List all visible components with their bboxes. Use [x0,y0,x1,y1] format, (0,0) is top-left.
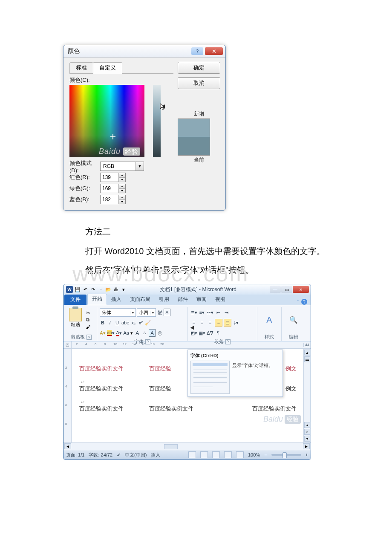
redo-icon[interactable]: ↷ [90,286,96,292]
text-effects-icon[interactable]: A▾ [100,330,106,336]
tab-review[interactable]: 审阅 [192,295,211,305]
status-lang[interactable]: 中文(中国) [125,452,147,458]
scroll-split-icon[interactable]: ▬ [304,356,310,362]
zoom-out-icon[interactable]: − [264,452,267,457]
zoom-value[interactable]: 100% [248,452,260,457]
luminance-slider[interactable] [153,85,161,157]
clipboard-launcher-icon[interactable]: ↘ [86,335,92,340]
red-input[interactable] [101,173,118,181]
color-field[interactable] [69,85,144,157]
close-button[interactable]: ✕ [293,286,309,293]
tab-references[interactable]: 引用 [155,295,173,305]
horizontal-scrollbar[interactable]: ◀ ▶ [63,442,311,450]
vertical-ruler[interactable]: 2468 [63,349,72,442]
status-page[interactable]: 页面: 1/1 [66,452,84,458]
align-right-icon[interactable]: ≡ [207,319,213,326]
print-icon[interactable]: 🖶 [113,286,119,292]
bullets-icon[interactable]: ≣▾ [190,309,197,316]
close-button[interactable]: ✕ [205,47,223,55]
ok-button[interactable]: 确定 [178,62,220,74]
line-spacing-icon[interactable]: ‡▾ [233,319,239,326]
decrease-indent-icon[interactable]: ⇤ [215,309,222,316]
spin-down-icon[interactable]: ▼ [118,199,125,204]
spin-down-icon[interactable]: ▼ [118,177,125,182]
next-page-icon[interactable]: ▼ [304,436,310,442]
numbering-icon[interactable]: ≡▾ [199,309,205,316]
italic-icon[interactable]: I [107,319,113,326]
tab-standard[interactable]: 标准 [69,62,93,74]
tab-file[interactable]: 文件 [64,295,86,305]
blue-input[interactable] [101,196,118,203]
sort-icon[interactable]: ᐃᐁ [207,330,213,336]
cut-icon[interactable]: ✂ [85,310,91,316]
tab-custom[interactable]: 自定义 [93,62,122,74]
tab-insert[interactable]: 插入 [107,295,126,305]
blue-spinner[interactable]: ▲▼ [100,195,126,204]
view-outline-icon[interactable] [224,451,232,458]
change-case-icon[interactable]: Aa [123,330,129,336]
scroll-left-icon[interactable]: ◀ [64,443,71,449]
red-spinner[interactable]: ▲▼ [100,173,126,182]
zoom-thumb[interactable] [282,452,287,458]
paste-button[interactable]: 粘贴 [68,307,83,333]
new-icon[interactable]: ▫ [98,286,104,292]
zoom-in-icon[interactable]: + [306,452,308,457]
scroll-right-icon[interactable]: ▶ [303,443,310,449]
open-icon[interactable]: 📂 [105,286,111,292]
copy-icon[interactable]: ⧉ [85,317,91,323]
ribbon-help-icon[interactable]: ? [301,299,307,305]
tab-view[interactable]: 视图 [211,295,230,305]
document-canvas[interactable]: 字体 (Ctrl+D) 显示"字体"对话框。 百度经验 [72,349,303,442]
proofing-icon[interactable]: ✔ [117,452,121,458]
status-insert[interactable]: 插入 [151,452,160,458]
scroll-up-icon[interactable]: ▲ [304,350,310,356]
strike-icon[interactable]: abe [121,319,129,326]
maximize-button[interactable]: ▭ [281,286,292,293]
spin-down-icon[interactable]: ▼ [118,188,125,193]
tab-mailings[interactable]: 邮件 [173,295,192,305]
highlight-icon[interactable]: ab▾ [107,330,115,336]
color-mode-combo[interactable]: RGB ▼ [100,162,144,171]
zoom-slider[interactable] [271,454,301,456]
chevron-down-icon[interactable]: ▾ [130,311,135,315]
browse-object-icon[interactable]: ○ [304,429,310,435]
horizontal-ruler[interactable]: ◳ 2468101214161820 44 [63,341,311,349]
status-words[interactable]: 字数: 24/72 [89,452,112,458]
view-web-icon[interactable] [212,451,220,458]
font-name-combo[interactable]: 宋体▾ [100,308,136,317]
phonetic-guide-icon[interactable]: 變 [157,309,163,316]
word-titlebar[interactable]: W 💾 ↶ ↷ ▫ 📂 🖶 ▾ 文档1 [兼容模式] - Microsoft W… [63,284,311,295]
spin-up-icon[interactable]: ▲ [118,195,125,199]
align-left-icon[interactable]: ≡ [190,319,197,326]
grow-font-icon[interactable]: A [134,330,140,336]
font-size-combo[interactable]: 小四▾ [137,308,156,317]
tab-layout[interactable]: 页面布局 [126,295,155,305]
help-button[interactable]: ? [191,47,203,55]
align-center-icon[interactable]: ≡ [199,319,205,326]
shrink-font-icon[interactable]: A [141,330,147,336]
clear-format-icon[interactable]: 🧹 [145,319,151,326]
circled-char-icon[interactable]: ㊥ [157,330,163,336]
view-print-icon[interactable] [188,451,196,458]
prev-page-icon[interactable]: ▲ [304,422,310,428]
multilevel-icon[interactable]: ☷▾ [207,309,213,316]
subscript-icon[interactable]: x₂ [130,319,136,326]
chevron-down-icon[interactable]: ▾ [150,311,156,315]
format-painter-icon[interactable]: 🖌 [85,324,91,330]
vertical-scrollbar[interactable]: ▲ ▬ ▲ ○ ▼ [303,349,311,442]
minimize-button[interactable]: — [270,286,281,293]
spin-up-icon[interactable]: ▲ [118,173,125,177]
find-icon[interactable]: 🔍 [289,316,298,324]
green-input[interactable] [101,185,118,192]
char-shading-icon[interactable]: A [149,329,156,337]
styles-icon[interactable]: A [266,315,272,325]
align-justify-icon[interactable]: ≡ [215,319,222,327]
char-border-icon[interactable]: A [164,309,170,316]
ribbon-minimize-icon[interactable]: ˆ [297,299,299,304]
save-icon[interactable]: 💾 [75,286,81,292]
font-color-icon[interactable]: A▾ [116,330,122,336]
view-read-icon[interactable] [200,451,208,458]
bold-icon[interactable]: B [100,319,106,326]
superscript-icon[interactable]: x² [138,319,144,326]
underline-icon[interactable]: U [114,319,120,326]
